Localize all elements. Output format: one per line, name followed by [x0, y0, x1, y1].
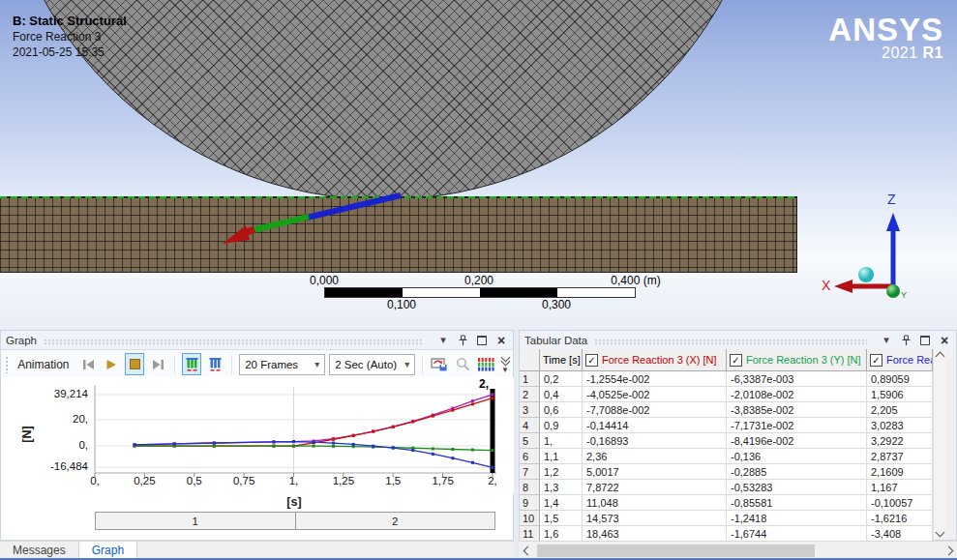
scroll-left-button[interactable]	[520, 545, 535, 557]
animation-skip-end-button[interactable]	[148, 353, 167, 375]
load-step-segment[interactable]: 1	[96, 513, 296, 529]
animation-play-button[interactable]	[103, 353, 122, 375]
data-point-marker	[372, 430, 374, 433]
table-row[interactable]: 30,6-7,7088e-002-3,8385e-0022,205	[520, 402, 933, 418]
titlebar-texture	[44, 339, 424, 346]
data-point-marker	[352, 443, 355, 446]
column-checkbox[interactable]: ✓	[870, 354, 882, 367]
maximize-icon[interactable]	[918, 334, 932, 347]
triad-z-label: Z	[887, 192, 896, 207]
scroll-up-icon[interactable]	[936, 352, 945, 362]
force-y-cell: -3,8385e-002	[727, 402, 867, 418]
force-y-column-header[interactable]: ✓ Force Reaction 3 (Y) [N]	[727, 349, 867, 371]
rgb-grid-icon	[477, 357, 494, 371]
time-column-header[interactable]: Time [s]	[540, 349, 583, 371]
pin-icon[interactable]	[899, 334, 912, 347]
meshed-plate-body[interactable]	[0, 196, 797, 273]
close-icon[interactable]: ×	[938, 334, 951, 347]
panel-menu-icon[interactable]: ▾	[436, 334, 450, 347]
time-decay-chart-button[interactable]	[205, 353, 224, 375]
data-point-marker	[471, 449, 474, 452]
force-x-cell: 11,048	[583, 495, 727, 511]
3d-viewport[interactable]: B: Static Structural Force Reaction 3 20…	[0, 0, 957, 330]
frames-combobox[interactable]: 20 Frames ▾	[239, 354, 325, 375]
x-tick-label: 0,	[74, 475, 116, 486]
table-row[interactable]: 40,9-0,14414-7,1731e-0023,0283	[520, 418, 933, 433]
force-x-column-header[interactable]: ✓ Force Reaction 3 (X) [N]	[583, 349, 727, 371]
scroll-right-button[interactable]	[941, 545, 956, 557]
force-z-column-header[interactable]: ✓ Force React	[867, 349, 933, 371]
result-sets-chart-button[interactable]	[182, 353, 201, 375]
zoom-button[interactable]	[453, 353, 472, 375]
x-tick-label: 1,5	[372, 475, 414, 486]
graph-chart-area[interactable]: [N] 39,21420,0,-16,484 0,0,250,50,751,1,…	[1, 377, 515, 494]
ruler-label-04: 0,400 (m)	[611, 274, 660, 287]
panel-splitter[interactable]	[514, 330, 519, 560]
x-tick-label: 0,25	[123, 475, 165, 486]
force-z-cell: 0,89059	[867, 371, 933, 387]
animation-skip-start-button[interactable]	[79, 353, 99, 375]
time-cell: 0,9	[540, 418, 583, 433]
table-row[interactable]: 111,618,463-1,6744-3,408	[520, 526, 933, 542]
x-tick-label: 1,75	[422, 475, 464, 486]
duration-combobox[interactable]: 2 Sec (Auto) ▾	[329, 354, 415, 375]
data-point-marker	[332, 445, 335, 448]
data-point-marker	[411, 421, 414, 424]
triad-y-ball	[886, 284, 900, 298]
force-x-cell: -4,0525e-002	[583, 387, 727, 402]
result-annotation: B: Static Structural Force Reaction 3 20…	[13, 14, 127, 60]
scrollbar-thumb[interactable]	[537, 545, 815, 557]
force-y-cell: -6,3387e-003	[727, 371, 867, 387]
force-z-cell: 3,2922	[867, 433, 933, 449]
time-cell: 0,4	[540, 387, 583, 402]
force-z-cell: 1,167	[867, 480, 933, 495]
pin-icon[interactable]	[456, 334, 469, 347]
column-checkbox[interactable]: ✓	[585, 354, 598, 367]
export-video-button[interactable]	[430, 353, 449, 375]
force-z-cell: 2,8737	[867, 449, 933, 464]
table-row[interactable]: 20,4-4,0525e-002-2,0108e-0021,5906	[520, 387, 933, 402]
time-cell: 1,6	[540, 526, 583, 542]
triad-x-label: X	[822, 278, 831, 293]
data-point-marker	[451, 409, 454, 412]
load-step-bar[interactable]: 12	[95, 512, 495, 530]
table-row[interactable]: 10,2-1,2554e-002-6,3387e-0030,89059	[520, 371, 933, 387]
time-cursor-bar	[491, 389, 495, 473]
data-point-marker	[451, 448, 454, 451]
table-row[interactable]: 61,12,36-0,1362,8737	[520, 449, 933, 464]
data-point-marker	[352, 434, 355, 437]
close-icon[interactable]: ×	[494, 334, 508, 347]
ruler-label-0: 0,000	[310, 274, 339, 287]
table-row[interactable]: 91,411,048-0,85581-0,10057	[520, 495, 933, 511]
force-x-cell: -1,2554e-002	[583, 371, 727, 387]
force-y-cell: -0,53283	[727, 480, 867, 495]
analysis-title: B: Static Structural	[13, 14, 127, 29]
double-chevron-icon	[502, 354, 509, 365]
force-y-cell: -1,6744	[727, 526, 867, 542]
table-row[interactable]: 71,25,0017-0,28852,1609	[520, 464, 933, 480]
load-step-segment[interactable]: 2	[296, 513, 495, 529]
graph-panel-titlebar: Graph ▾ ×	[1, 331, 513, 350]
force-y-cell: -2,0108e-002	[727, 387, 867, 402]
magnifier-icon	[456, 357, 470, 371]
toolbar-overflow-button[interactable]: ▼	[501, 354, 509, 374]
table-row[interactable]: 51,-0,16893-8,4196e-0023,2922	[520, 433, 933, 449]
animation-stop-button[interactable]	[125, 353, 144, 375]
vertical-scrollbar[interactable]	[933, 349, 946, 540]
panel-menu-icon[interactable]: ▾	[880, 334, 893, 347]
force-y-cell: -0,136	[727, 449, 867, 464]
force-z-cell: -1,6216	[867, 511, 933, 526]
column-checkbox[interactable]: ✓	[730, 354, 742, 367]
coordinate-triad[interactable]: Z X Y	[818, 190, 953, 300]
table-row[interactable]: 101,514,573-1,2418-1,6216	[520, 511, 933, 526]
toolbar-drag-handle[interactable]	[5, 356, 10, 373]
chevron-down-icon: ▼	[501, 366, 509, 374]
force-z-cell: 3,0283	[867, 418, 933, 433]
maximize-icon[interactable]	[475, 334, 489, 347]
scroll-down-icon[interactable]	[936, 528, 945, 538]
color-grid-button[interactable]	[476, 353, 495, 375]
horizontal-scrollbar[interactable]	[519, 541, 957, 560]
row-number: 4	[520, 418, 540, 433]
table-row[interactable]: 81,37,8722-0,532831,167	[520, 480, 933, 495]
data-point-marker	[213, 445, 216, 448]
